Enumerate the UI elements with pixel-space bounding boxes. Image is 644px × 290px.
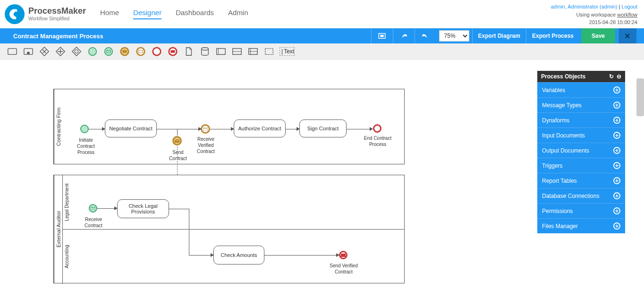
rpanel-dynaforms[interactable]: Dynaforms+: [537, 112, 625, 128]
nav-admin[interactable]: Admin: [228, 9, 248, 19]
rpanel-permissions[interactable]: Permissions+: [537, 203, 625, 218]
throw-send-contract[interactable]: [172, 136, 182, 145]
end-send-verified[interactable]: [339, 251, 347, 259]
gateway-inclusive-icon[interactable]: [71, 46, 82, 57]
process-objects-panel: Process Objects ↻ ⊖ Variables+ Message T…: [537, 71, 625, 233]
end-event-icon[interactable]: [151, 46, 162, 57]
task-tool-icon[interactable]: [7, 46, 18, 57]
rpanel-report-tables[interactable]: Report Tables+: [537, 173, 625, 188]
catch-receive-verified[interactable]: [201, 124, 210, 134]
save-button[interactable]: Save: [581, 28, 615, 43]
add-icon[interactable]: +: [613, 132, 620, 139]
collapse-icon[interactable]: ⊖: [617, 73, 621, 80]
timestamp: 2015-04-28 15:00:24: [551, 18, 637, 26]
lane-accounting-label: Accounting: [62, 230, 71, 284]
rpanel-db-connections[interactable]: Database Connections+: [537, 188, 625, 203]
rpanel-message-types[interactable]: Message Types+: [537, 97, 625, 112]
logout-link[interactable]: Logout: [621, 4, 637, 9]
subprocess-tool-icon[interactable]: [23, 46, 34, 57]
gateway-parallel-icon[interactable]: [55, 46, 66, 57]
element-palette: Text: [0, 43, 644, 60]
lane-icon[interactable]: [231, 46, 243, 57]
brand-name: ProcessMaker: [28, 7, 86, 16]
user-link[interactable]: admin, Administrator (admin): [551, 4, 618, 9]
logo-icon: [5, 4, 25, 24]
svg-rect-24: [265, 48, 273, 54]
intermediate-catch-message-icon[interactable]: [135, 46, 146, 57]
main-nav: Home Designer Dashboards Admin: [100, 9, 248, 19]
start-receive-contract[interactable]: [89, 204, 97, 213]
throw-label: Send Contract: [168, 149, 188, 162]
sendback-label: Send Verified Contract: [328, 263, 359, 275]
brand-tagline: Workflow Simplified: [28, 16, 86, 21]
end-event[interactable]: [373, 124, 381, 133]
start-message-event-icon[interactable]: [103, 46, 114, 57]
rpanel-input-documents[interactable]: Input Documents+: [537, 128, 625, 143]
svg-rect-1: [380, 35, 384, 37]
nav-home[interactable]: Home: [100, 9, 119, 19]
process-title: Contract Management Process: [13, 33, 103, 40]
pool-vertical-icon[interactable]: [247, 46, 259, 57]
text-annotation-tool[interactable]: Text: [280, 47, 295, 56]
group-icon[interactable]: [263, 46, 275, 57]
undo-button[interactable]: [415, 28, 436, 43]
svg-point-11: [137, 47, 145, 55]
workspace-name[interactable]: workflow: [617, 12, 637, 17]
close-button[interactable]: [618, 28, 636, 43]
rpanel-variables[interactable]: Variables+: [537, 82, 625, 97]
task-check-amounts[interactable]: Check Amounts: [213, 246, 264, 264]
svg-point-5: [75, 50, 78, 53]
svg-rect-2: [8, 48, 17, 54]
start-event[interactable]: [80, 125, 89, 133]
export-diagram-button[interactable]: Export Diagram: [472, 28, 526, 43]
app-header: ProcessMaker Workflow Simplified Home De…: [0, 0, 644, 28]
start-event-label: Initiate Contract Process: [72, 137, 100, 155]
workspace-prefix: Using workspace: [576, 12, 617, 17]
nav-designer[interactable]: Designer: [133, 9, 161, 19]
pool2-label: External Auditor: [54, 175, 62, 283]
end-label: End Contract Process: [363, 135, 393, 147]
lane-legal[interactable]: Legal Department: [62, 175, 404, 230]
add-icon[interactable]: +: [613, 192, 620, 199]
add-icon[interactable]: +: [613, 222, 620, 230]
zoom-select[interactable]: 75%: [439, 30, 469, 42]
add-icon[interactable]: +: [613, 102, 620, 109]
start-event-icon[interactable]: [87, 46, 98, 57]
task-check-legal[interactable]: Check Legal Provisions: [117, 199, 169, 218]
fullscreen-button[interactable]: [371, 28, 393, 43]
add-icon[interactable]: +: [613, 207, 620, 214]
add-icon[interactable]: +: [613, 147, 620, 154]
process-objects-header: Process Objects ↻ ⊖: [537, 71, 625, 82]
nav-dashboards[interactable]: Dashboards: [176, 9, 214, 19]
logo: ProcessMaker Workflow Simplified: [5, 4, 86, 24]
task-sign[interactable]: Sign Contract: [299, 119, 347, 137]
redo-button[interactable]: [393, 28, 415, 43]
header-right: admin, Administrator (admin) | Logout Us…: [551, 3, 637, 26]
add-icon[interactable]: +: [613, 117, 620, 124]
rpanel-output-documents[interactable]: Output Documents+: [537, 143, 625, 158]
pool-label: Contracting Firm: [54, 89, 62, 164]
svg-rect-15: [170, 50, 175, 53]
add-icon[interactable]: +: [613, 162, 620, 169]
catch-label: Receive Verified Contract: [193, 136, 219, 154]
process-title-bar: Contract Management Process 75% Export D…: [0, 28, 644, 43]
svg-point-16: [202, 47, 209, 50]
pool-horizontal-icon[interactable]: [215, 46, 227, 57]
task-negotiate[interactable]: Negotiate Contract: [105, 119, 157, 137]
intermediate-throw-message-icon[interactable]: [119, 46, 130, 57]
end-message-event-icon[interactable]: [167, 46, 178, 57]
svg-rect-17: [217, 48, 225, 54]
rpanel-files-manager[interactable]: Files Manager+: [537, 218, 625, 233]
gateway-exclusive-icon[interactable]: [39, 46, 50, 57]
add-icon[interactable]: +: [613, 86, 620, 94]
export-process-button[interactable]: Export Process: [526, 28, 579, 43]
rpanel-triggers[interactable]: Triggers+: [537, 158, 625, 173]
svg-point-6: [89, 47, 97, 55]
task-authorize[interactable]: Authorize Contract: [234, 119, 286, 137]
data-store-icon[interactable]: [199, 46, 211, 57]
scrollbar-thumb[interactable]: [636, 78, 644, 116]
add-icon[interactable]: +: [613, 177, 620, 184]
svg-rect-10: [122, 50, 127, 53]
refresh-icon[interactable]: ↻: [609, 73, 614, 80]
data-object-icon[interactable]: [183, 46, 195, 57]
